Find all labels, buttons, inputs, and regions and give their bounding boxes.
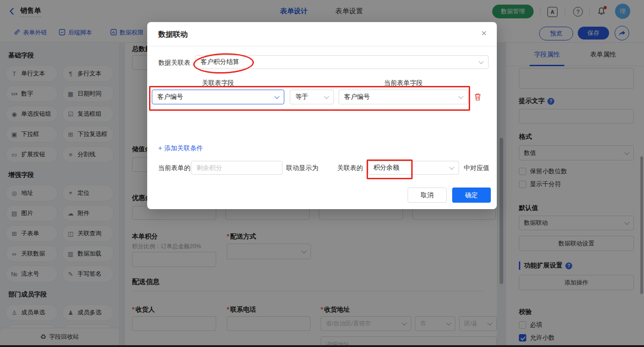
column-header-current-field: 当前表单字段	[339, 79, 468, 87]
column-header-linked-field: 关联表字段	[152, 79, 284, 87]
chevron-down-icon	[324, 94, 329, 99]
confirm-button[interactable]: 确定	[452, 188, 491, 203]
linked-table-label: 数据关联表	[158, 59, 190, 67]
related-field-select[interactable]: 积分余额	[368, 161, 459, 175]
suffix-label: 中对应值	[464, 164, 489, 172]
display-as-label: 联动显示为	[286, 164, 318, 172]
data-linkage-modal: 数据联动 × 数据关联表 客户积分结算 关联表字段 当前表单字段 客户编号 等于…	[147, 22, 497, 209]
current-field-input[interactable]	[191, 161, 282, 175]
add-condition-link[interactable]: + 添加关联条件	[158, 144, 203, 153]
chevron-down-icon	[478, 59, 483, 64]
close-icon[interactable]: ×	[481, 28, 487, 38]
modal-title: 数据联动	[158, 30, 188, 40]
chevron-down-icon	[449, 165, 454, 170]
plus-icon: +	[158, 144, 162, 153]
chevron-down-icon	[458, 94, 463, 99]
delete-condition-icon[interactable]	[474, 93, 482, 102]
condition-right-select[interactable]: 客户编号	[339, 90, 468, 104]
cancel-button[interactable]: 取消	[408, 188, 447, 203]
form-designer-app: 销售单 表单设计 表单设置 数据管理 A ? 理 表单外链 后端脚本 数据权限 …	[0, 0, 644, 347]
modal-header-divider	[147, 46, 497, 46]
current-form-label: 当前表单的	[158, 164, 190, 172]
linked-table-select[interactable]: 客户积分结算	[195, 55, 489, 69]
condition-operator-select[interactable]: 等于	[290, 90, 334, 104]
related-table-label: 关联表的	[337, 164, 363, 172]
condition-left-select[interactable]: 客户编号	[152, 90, 284, 104]
chevron-down-icon	[274, 94, 279, 99]
